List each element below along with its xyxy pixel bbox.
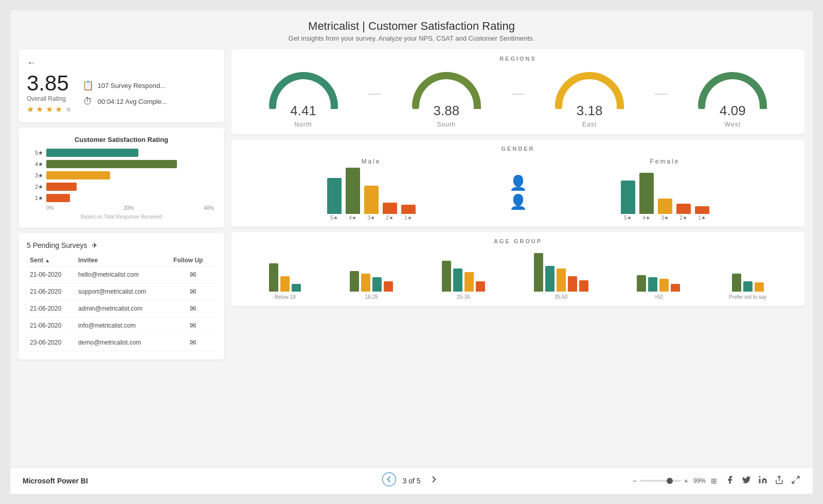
main-content: ← 3.85 Overall Rating ★ ★ ★ ★ ★	[10, 45, 813, 467]
gender-card: GENDER Male 5★ 4★ 3★ 2★ 1★ 👤 👤	[231, 139, 804, 227]
gender-bar-group: 1★	[695, 206, 709, 221]
overall-label: Overall Rating	[27, 95, 72, 102]
col-followup: Follow Up	[170, 255, 216, 266]
stats-card: ← 3.85 Overall Rating ★ ★ ★ ★ ★	[19, 49, 224, 122]
facebook-icon[interactable]	[725, 475, 735, 487]
age-bar	[579, 280, 588, 292]
bar-row: 4★	[29, 160, 214, 168]
age-bars	[534, 250, 588, 292]
star-3: ★	[46, 105, 53, 114]
g-bar	[695, 206, 709, 214]
bar-inner	[46, 194, 70, 202]
g-bar	[327, 178, 342, 214]
table-row: 21-06-2020 admin@metricalist.com ✉	[27, 300, 216, 317]
age-group: Prefer not to say	[729, 250, 766, 300]
gender-bar-group: 1★	[401, 205, 416, 221]
gender-male: Male 5★ 4★ 3★ 2★ 1★	[240, 158, 503, 221]
chart-note: Based on Total Response Received	[29, 214, 214, 220]
stats-details: 📋 107 Survey Respond... ⏱ 00:04:12 Avg C…	[82, 80, 216, 107]
bar-inner	[46, 183, 77, 191]
gender-row: Male 5★ 4★ 3★ 2★ 1★ 👤 👤 Female	[240, 158, 796, 221]
age-bars	[732, 250, 764, 292]
zoom-thumb[interactable]	[667, 478, 673, 484]
axis-40: 40%	[204, 205, 214, 211]
regions-card: REGIONS 4.41 North— 3.88 South— 3.18 Eas…	[231, 49, 804, 134]
expand-icon[interactable]	[791, 475, 800, 487]
gender-female: Female 5★ 4★ 3★ 2★ 1★	[533, 158, 796, 221]
cell-sent: 21-06-2020	[27, 266, 75, 283]
pending-title: 5 Pending Surveys	[27, 241, 87, 249]
zoom-track[interactable]	[640, 480, 681, 482]
bar-chart: 5★ 4★ 3★ 2★ 1★ 0% 20% 40% Based	[27, 149, 216, 220]
gauge-label: West	[725, 121, 741, 128]
follow-up-btn[interactable]: ✉	[170, 317, 216, 334]
age-label: 25-35	[457, 294, 470, 300]
age-bar	[453, 268, 462, 292]
age-bar	[442, 261, 451, 292]
star-2: ★	[36, 105, 43, 114]
bar-label: 1★	[29, 195, 43, 202]
age-bar	[280, 276, 290, 292]
g-bar	[676, 204, 691, 214]
zoom-value: 99%	[693, 477, 706, 484]
bar-label: 5★	[29, 150, 43, 156]
pending-table: Sent ▲ Invitee Follow Up 21-06-2020 hell…	[27, 255, 216, 351]
follow-up-btn[interactable]: ✉	[170, 300, 216, 317]
cell-sent: 23-06-2020	[27, 334, 75, 351]
gender-bar-group: 2★	[383, 203, 397, 221]
cell-sent: 21-06-2020	[27, 300, 75, 317]
overall-rating-block: 3.85 Overall Rating ★ ★ ★ ★ ★	[27, 73, 72, 114]
age-bar	[292, 284, 301, 292]
cell-invitee: hello@metricalist.com	[75, 266, 170, 283]
linkedin-icon[interactable]	[758, 475, 767, 487]
male-bars: 5★ 4★ 3★ 2★ 1★	[240, 169, 503, 221]
age-group: 18-25	[350, 250, 393, 300]
follow-up-btn[interactable]: ✉	[170, 334, 216, 351]
gender-bar-group: 5★	[621, 181, 635, 221]
brand-name: Microsoft Power BI	[23, 477, 633, 485]
next-page-button[interactable]	[427, 472, 441, 490]
chart-title: Customer Satisfaction Rating	[27, 136, 216, 143]
bar-outer	[46, 149, 214, 157]
pending-icon: ✈	[92, 241, 98, 249]
male-label: Male	[240, 158, 503, 165]
cell-invitee: demo@metricalist.com	[75, 334, 170, 351]
age-bar	[671, 284, 680, 292]
follow-up-btn[interactable]: ✉	[170, 266, 216, 283]
back-button[interactable]: ←	[27, 58, 36, 68]
zoom-minus[interactable]: −	[633, 477, 637, 485]
gauge-label: East	[582, 121, 597, 128]
twitter-icon[interactable]	[742, 475, 751, 487]
cell-invitee: info@metricalist.com	[75, 317, 170, 334]
prev-page-button[interactable]	[382, 472, 396, 490]
age-group: 35-50	[534, 250, 588, 300]
gauge-value: 3.18	[577, 103, 603, 119]
bar-inner	[46, 149, 138, 157]
age-bar	[361, 274, 370, 292]
cell-sent: 21-06-2020	[27, 283, 75, 300]
female-label: Female	[533, 158, 796, 165]
fullscreen-icon[interactable]: ⊞	[711, 477, 717, 485]
zoom-plus[interactable]: +	[684, 477, 688, 485]
bar-outer	[46, 183, 214, 191]
g-bar	[658, 199, 672, 214]
gauge-block: 4.41 North	[262, 68, 345, 128]
bar-label: 3★	[29, 172, 43, 179]
g-bar-label: 5★	[624, 215, 632, 221]
g-bar-label: 2★	[679, 215, 687, 221]
age-bar	[534, 253, 543, 292]
bar-row: 5★	[29, 149, 214, 157]
bar-row: 1★	[29, 194, 214, 202]
age-label: Prefer not to say	[729, 294, 766, 300]
g-bar	[383, 203, 397, 214]
table-row: 23-06-2020 demo@metricalist.com ✉	[27, 334, 216, 351]
age-bar	[568, 276, 577, 292]
share-icon[interactable]	[775, 475, 784, 487]
pending-header: 5 Pending Surveys ✈	[27, 241, 216, 249]
g-bar-label: 4★	[349, 215, 356, 221]
footer-right: − + 99% ⊞	[633, 475, 800, 487]
bar-label: 4★	[29, 161, 43, 168]
gauge-divider: —	[512, 86, 524, 111]
follow-up-btn[interactable]: ✉	[170, 283, 216, 300]
age-bar	[755, 282, 764, 292]
